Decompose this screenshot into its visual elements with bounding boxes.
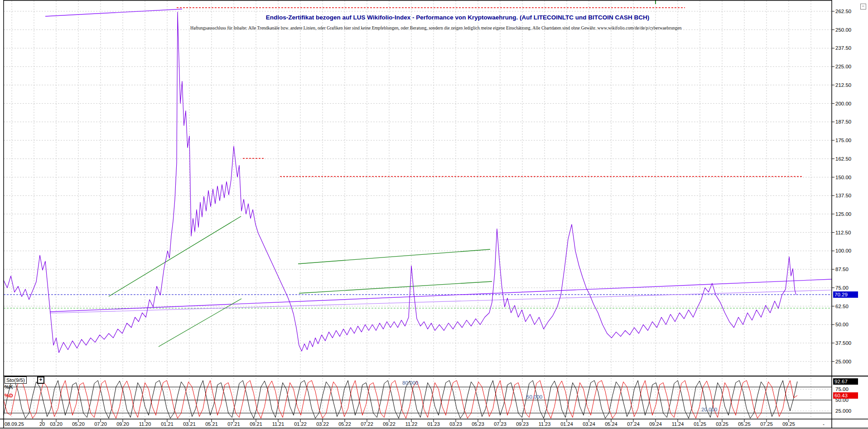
date-axis-label: 03.23 <box>449 421 462 427</box>
price-axis-label: 137.50 <box>835 192 851 199</box>
date-axis-label: 01.24 <box>560 421 573 427</box>
trendline-overlay <box>109 216 241 296</box>
chart-title: Endlos-Zertifikat bezogen auf LUS Wikifo… <box>190 14 725 21</box>
date-axis-label: 05.20 <box>72 421 85 427</box>
date-axis-label: 11.22 <box>405 421 418 427</box>
price-axis-label: 50.00 <box>835 321 849 328</box>
trendline-overlay <box>298 249 490 264</box>
price-axis-label: 75.00 <box>835 285 849 291</box>
price-axis-label: 212.50 <box>835 82 851 88</box>
indicator-axis-label: 25.000 <box>835 408 851 414</box>
trendline-overlay <box>45 9 182 16</box>
date-axis-label: 01.25 <box>694 421 706 427</box>
date-axis-label: 09.20 <box>116 421 129 427</box>
price-axis-label: 250.00 <box>835 27 851 33</box>
k-value-marker: 92.67 <box>833 378 858 385</box>
price-chart-canvas[interactable] <box>0 0 868 429</box>
date-axis-label: 07.21 <box>227 421 240 427</box>
minimize-icon[interactable]: − <box>860 4 866 10</box>
date-axis-label: 11.23 <box>539 421 551 427</box>
date-axis-label: 05.24 <box>605 421 617 427</box>
chart-disclaimer: Haftungsausschluss für Inhalte: Alle Tre… <box>190 25 725 30</box>
date-axis-label: 20 <box>39 421 45 427</box>
indicator-level-50-label: 50.000 <box>526 394 542 400</box>
price-axis-label: 112.50 <box>835 229 851 236</box>
price-axis-label: 162.50 <box>835 156 851 162</box>
date-axis-label: 03.21 <box>183 421 196 427</box>
price-line <box>4 12 796 353</box>
price-axis-label: 175.00 <box>835 137 851 143</box>
date-axis-label: 07.24 <box>627 421 640 427</box>
date-axis-label: 09.22 <box>383 421 395 427</box>
date-axis-label: 01.21 <box>161 421 174 427</box>
price-axis-label: 237.50 <box>835 45 851 51</box>
date-axis-label: 01.23 <box>427 421 440 427</box>
chart-window: Endlos-Zertifikat bezogen auf LUS Wikifo… <box>0 0 868 429</box>
date-axis-label: 01.22 <box>294 421 307 427</box>
price-axis-label: 200.00 <box>835 100 851 107</box>
k-line-label: %K <box>5 384 13 390</box>
price-axis-label: 37.500 <box>835 340 851 346</box>
date-axis-label: 05.23 <box>472 421 484 427</box>
date-axis-label: 08.09.25 <box>5 421 24 427</box>
date-axis-label: 11.21 <box>272 421 285 427</box>
date-axis-label: 11.24 <box>672 421 684 427</box>
indicator-axis-label: 75.00 <box>835 386 849 392</box>
price-axis-label: 62.50 <box>835 303 849 310</box>
date-axis-label: 07.22 <box>361 421 373 427</box>
trendline-overlay <box>50 290 832 313</box>
trendline-overlay <box>299 281 492 293</box>
date-axis-label: 09.21 <box>250 421 262 427</box>
date-axis-label: 09.25 <box>782 421 795 427</box>
date-axis-label: 03.24 <box>583 421 595 427</box>
add-indicator-button[interactable]: + <box>37 377 44 384</box>
date-axis-label: 05.25 <box>738 421 751 427</box>
price-axis-label: 150.00 <box>835 174 851 181</box>
date-axis-label: 05.22 <box>338 421 351 427</box>
date-axis-label: 03.20 <box>50 421 63 427</box>
date-axis-label: 03.22 <box>316 421 329 427</box>
price-axis-label: 100.00 <box>835 248 851 254</box>
date-axis-label: 07.23 <box>494 421 506 427</box>
indicator-level-20-label: 20.000 <box>701 407 717 412</box>
indicator-name-button[interactable]: Sto(9/5) <box>5 377 27 384</box>
price-axis-label: 87.50 <box>835 266 849 272</box>
indicator-level-80-label: 80.000 <box>402 380 418 386</box>
date-axis-label: 03.25 <box>716 421 728 427</box>
date-axis-label: 09.24 <box>649 421 662 427</box>
date-axis-label: 07.25 <box>760 421 773 427</box>
price-axis-label: 262.50 <box>835 8 851 14</box>
date-axis-label: 11.20 <box>139 421 151 427</box>
price-axis-label: 225.00 <box>835 63 851 70</box>
price-axis-label: 125.00 <box>835 211 851 217</box>
date-axis-label: 09.23 <box>516 421 529 427</box>
date-axis-label: 07.20 <box>94 421 107 427</box>
trendline-overlay <box>159 299 241 347</box>
date-axis-label: 05.21 <box>205 421 218 427</box>
current-price-marker: 70.29 <box>833 291 858 298</box>
date-axis-label: - <box>823 421 825 427</box>
price-axis-label: 25.000 <box>835 358 851 365</box>
d-line-label: %D <box>5 393 13 398</box>
price-axis-label: 187.50 <box>835 119 851 125</box>
d-value-marker: 60.43 <box>833 392 858 399</box>
